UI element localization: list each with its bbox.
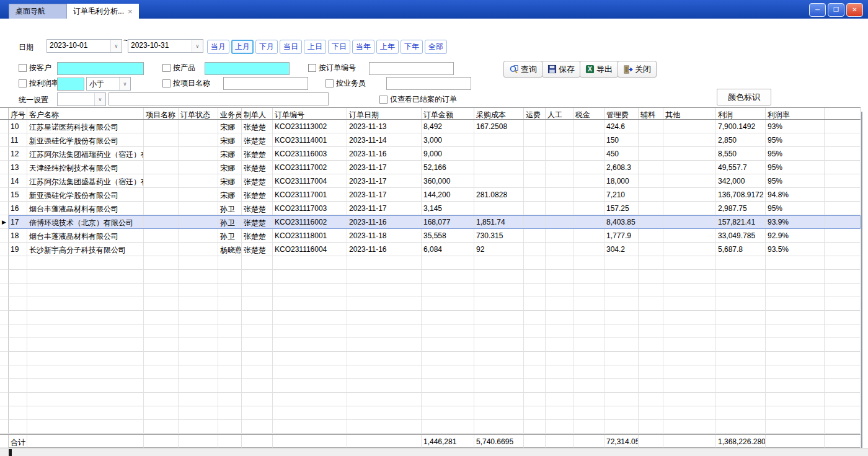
cell [474,202,524,215]
table-row[interactable]: 10江苏星诺医药科技有限公司宋娜张楚楚KCO2311130022023-11-1… [0,120,861,133]
column-header-9[interactable]: 采购成本 [474,108,524,119]
cell [218,284,242,297]
horizontal-scrollbar[interactable] [0,448,868,456]
column-header-11[interactable]: 人工 [546,108,574,119]
column-header-14[interactable]: 辅料 [639,108,663,119]
table-row[interactable]: 14江苏阿尔法集团盛基药业（宿迁）有限公司宋娜张楚楚KCO23111700420… [0,174,861,188]
restore-button[interactable]: ❐ [828,3,844,17]
by-order-no-checkbox[interactable] [308,64,316,72]
quick-current-year-button[interactable]: 当年 [352,40,374,54]
table-row[interactable]: 12江苏阿尔法集团福瑞药业（宿迁）有限公司宋娜张楚楚KCO23111600320… [0,147,861,161]
customer-input[interactable] [57,62,144,75]
table-row[interactable]: 18烟台丰蓬液晶材料有限公司孙卫张楚楚KCO2311180012023-11-1… [0,229,861,243]
column-header-17[interactable]: 利润率 [766,108,825,119]
quick-next-day-button[interactable]: 下日 [328,40,350,54]
only-closed-checkbox[interactable] [379,96,388,104]
minimize-button[interactable]: ─ [809,3,826,17]
close-button[interactable]: 关闭 [618,61,657,78]
quick-next-month-button[interactable]: 下月 [255,40,278,54]
export-button[interactable]: X 导出 [580,61,618,78]
by-customer-checkbox[interactable] [19,64,27,72]
cell [27,406,144,420]
column-header-12[interactable]: 税金 [574,108,604,119]
column-header-3[interactable]: 订单状态 [179,108,218,119]
quick-prev-day-button[interactable]: 上日 [304,40,326,54]
cell [179,311,218,324]
order-no-input[interactable] [369,62,454,75]
cell [474,311,524,324]
table-row[interactable]: 19长沙新宇高分子科技有限公司杨晓燕张楚楚KCO2311160042023-11… [0,243,861,256]
table-row[interactable]: 13天津经纬控制技术有限公司宋娜张楚楚KCO2311170022023-11-1… [0,161,861,174]
product-input[interactable] [205,62,290,75]
cell-filler [825,270,861,284]
cell: 304.2 [604,243,639,256]
cell: 张楚楚 [242,188,273,202]
unified-setting-label: 统一设置 [19,95,48,105]
quick-current-month-button[interactable]: 当月 [207,40,229,54]
row-indicator [0,406,9,420]
unified-setting-select[interactable]: ∨ [57,92,106,106]
by-project-label: 按项目名称 [173,78,210,89]
cell: 93.9% [766,215,825,229]
cell [422,297,474,311]
profit-rate-input[interactable] [57,78,84,91]
row-indicator [0,297,9,311]
cell [716,297,766,311]
tab-desktop-nav[interactable]: 桌面导航 [9,4,67,19]
cell: 360,000 [422,174,474,188]
row-indicator [0,284,9,297]
horizontal-scrollbar-thumb[interactable] [9,449,12,456]
cell-filler [825,120,861,133]
vertical-scrollbar[interactable] [861,112,862,448]
query-button[interactable]: 查询 [503,61,542,78]
color-mark-button[interactable]: 颜色标识 [717,89,771,105]
cell [9,393,27,406]
save-button[interactable]: 保存 [542,61,580,78]
project-input[interactable] [223,77,308,90]
table-row[interactable]: 16烟台丰蓬液晶材料有限公司孙卫张楚楚KCO2311170032023-11-1… [0,202,861,215]
column-header-4[interactable]: 业务员 [218,108,242,119]
quick-prev-month-button[interactable]: 上月 [231,40,254,54]
cell [242,324,273,338]
column-header-8[interactable]: 订单金额 [422,108,474,119]
quick-current-day-button[interactable]: 当日 [280,40,302,54]
quick-prev-year-button[interactable]: 上年 [376,40,399,54]
cell [639,161,663,174]
column-header-15[interactable]: 其他 [663,108,716,119]
table-row[interactable]: ▶17倍博环境技术（北京）有限公司孙卫张楚楚KCO2311160022023-1… [0,215,861,229]
by-product-checkbox[interactable] [162,64,170,72]
quick-next-year-button[interactable]: 下年 [401,40,423,54]
by-profit-rate-checkbox[interactable] [19,79,27,87]
unified-setting-input[interactable] [108,92,329,105]
by-salesman-checkbox[interactable] [326,79,334,87]
column-header-2[interactable]: 项目名称 [144,108,179,119]
column-header-6[interactable]: 订单编号 [273,108,347,119]
column-header-13[interactable]: 管理费 [604,108,639,119]
cell [604,352,639,365]
by-project-checkbox[interactable] [162,79,170,87]
table-row[interactable]: 15新亚强硅化学股份有限公司宋娜张楚楚KCO2311170012023-11-1… [0,188,861,202]
column-header-5[interactable]: 制单人 [242,108,273,119]
column-header-10[interactable]: 运费 [524,108,546,119]
date-to-select[interactable]: 2023-10-31 ∨ [128,39,203,53]
quick-all-button[interactable]: 全部 [425,40,447,54]
cell [242,311,273,324]
cell: 7,900.1492 [716,120,766,133]
table-row[interactable]: 11新亚强硅化学股份有限公司宋娜张楚楚KCO2311140012023-11-1… [0,133,861,147]
cell: 9,000 [422,147,474,161]
column-header-7[interactable]: 订单日期 [347,108,422,119]
date-from-select[interactable]: 2023-10-01 ∨ [46,39,122,53]
cell [663,229,716,243]
cell [524,420,546,434]
cell: 孙卫 [218,215,242,229]
cell-filler [825,311,861,324]
column-header-1[interactable]: 客户名称 [27,108,144,119]
column-header-16[interactable]: 利润 [716,108,766,119]
tab-order-profit-analysis[interactable]: 订单毛利分析... × [67,4,139,19]
profit-rate-op-select[interactable]: 小于 ∨ [86,77,131,91]
column-header-0[interactable]: 序号 [9,108,27,119]
salesman-input[interactable] [386,77,471,90]
empty-row [0,420,861,434]
tab-close-icon[interactable]: × [128,7,133,16]
close-window-button[interactable]: ✕ [846,3,863,17]
